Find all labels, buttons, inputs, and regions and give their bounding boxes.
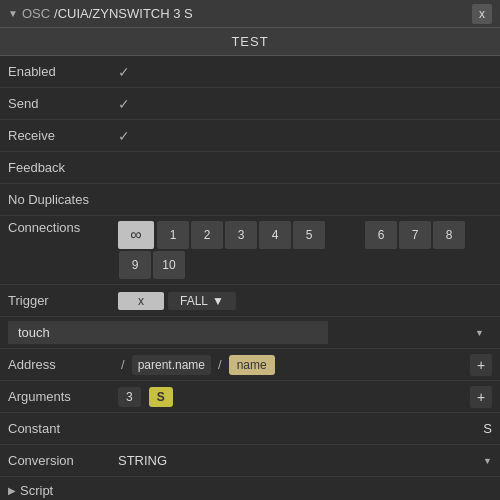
argument-s-button[interactable]: S bbox=[149, 387, 173, 407]
address-part-2[interactable]: name bbox=[229, 355, 275, 375]
constant-val: S bbox=[483, 421, 492, 436]
send-row: Send ✓ bbox=[0, 88, 500, 120]
address-value: / parent.name / name + bbox=[118, 354, 492, 376]
trigger-value: x FALL ▼ bbox=[118, 292, 492, 310]
osc-window: ▼ OSC /CUIA/ZYNSWITCH 3 S x TEST Enabled… bbox=[0, 0, 500, 500]
receive-label: Receive bbox=[8, 128, 118, 143]
conversion-string-label: STRING bbox=[118, 453, 167, 468]
script-row[interactable]: ▶ Script bbox=[0, 477, 500, 500]
title-bar-path: /CUIA/ZYNSWITCH 3 S bbox=[54, 6, 472, 21]
touch-dropdown-wrapper[interactable]: touch bbox=[8, 321, 492, 344]
no-duplicates-row: No Duplicates bbox=[0, 184, 500, 216]
conversion-row: Conversion STRING ▼ bbox=[0, 445, 500, 477]
conn-num-3[interactable]: 3 bbox=[225, 221, 257, 249]
touch-row: touch bbox=[0, 317, 500, 349]
infinity-button[interactable]: ∞ bbox=[118, 221, 154, 249]
trigger-fall-label: FALL bbox=[180, 294, 208, 308]
test-label: TEST bbox=[0, 28, 500, 56]
argument-num: 3 bbox=[118, 387, 141, 407]
enabled-row: Enabled ✓ bbox=[0, 56, 500, 88]
connections-grid: ∞ 1 2 3 4 5 6 7 8 9 10 bbox=[118, 220, 492, 280]
trigger-row: Trigger x FALL ▼ bbox=[0, 285, 500, 317]
enabled-check: ✓ bbox=[118, 64, 492, 80]
conn-num-9[interactable]: 9 bbox=[119, 251, 151, 279]
send-label: Send bbox=[8, 96, 118, 111]
connections-label: Connections bbox=[8, 220, 118, 235]
close-button[interactable]: x bbox=[472, 4, 492, 24]
address-slash-1: / bbox=[121, 357, 125, 372]
title-bar-type: OSC bbox=[22, 6, 50, 21]
conversion-label: Conversion bbox=[8, 453, 118, 468]
trigger-fall-dropdown[interactable]: FALL ▼ bbox=[168, 292, 236, 310]
trigger-arrow-icon: ▼ bbox=[212, 294, 224, 308]
address-row: Address / parent.name / name + bbox=[0, 349, 500, 381]
connections-row: Connections ∞ 1 2 3 4 5 6 7 8 9 10 bbox=[0, 216, 500, 285]
constant-label: Constant bbox=[8, 421, 118, 436]
feedback-row: Feedback bbox=[0, 152, 500, 184]
conn-num-7[interactable]: 7 bbox=[399, 221, 431, 249]
arguments-plus-button[interactable]: + bbox=[470, 386, 492, 408]
conversion-arrow-icon: ▼ bbox=[483, 456, 492, 466]
trigger-x-button[interactable]: x bbox=[118, 292, 164, 310]
address-label: Address bbox=[8, 357, 118, 372]
address-part-1[interactable]: parent.name bbox=[132, 355, 211, 375]
constant-value: S bbox=[118, 421, 492, 436]
title-bar: ▼ OSC /CUIA/ZYNSWITCH 3 S x bbox=[0, 0, 500, 28]
arguments-row: Arguments 3 S + bbox=[0, 381, 500, 413]
arguments-label: Arguments bbox=[8, 389, 118, 404]
title-bar-arrow-icon: ▼ bbox=[8, 8, 18, 19]
feedback-label: Feedback bbox=[8, 160, 118, 175]
trigger-label: Trigger bbox=[8, 293, 118, 308]
conversion-value[interactable]: STRING ▼ bbox=[118, 453, 492, 468]
receive-row: Receive ✓ bbox=[0, 120, 500, 152]
address-slash-2: / bbox=[218, 357, 222, 372]
enabled-label: Enabled bbox=[8, 64, 118, 79]
constant-row: Constant S bbox=[0, 413, 500, 445]
no-duplicates-label: No Duplicates bbox=[8, 192, 118, 207]
touch-select[interactable]: touch bbox=[8, 321, 328, 344]
conn-num-5[interactable]: 5 bbox=[293, 221, 325, 249]
receive-check: ✓ bbox=[118, 128, 492, 144]
address-plus-button[interactable]: + bbox=[470, 354, 492, 376]
conn-num-4[interactable]: 4 bbox=[259, 221, 291, 249]
conn-num-8[interactable]: 8 bbox=[433, 221, 465, 249]
conn-num-6[interactable]: 6 bbox=[365, 221, 397, 249]
conn-num-2[interactable]: 2 bbox=[191, 221, 223, 249]
arguments-value: 3 S + bbox=[118, 386, 492, 408]
script-label: Script bbox=[20, 483, 53, 498]
conn-num-10[interactable]: 10 bbox=[153, 251, 185, 279]
conn-num-1[interactable]: 1 bbox=[157, 221, 189, 249]
script-chevron-icon: ▶ bbox=[8, 485, 16, 496]
send-check: ✓ bbox=[118, 96, 492, 112]
rows-container: Enabled ✓ Send ✓ Receive ✓ Feedback No D… bbox=[0, 56, 500, 500]
